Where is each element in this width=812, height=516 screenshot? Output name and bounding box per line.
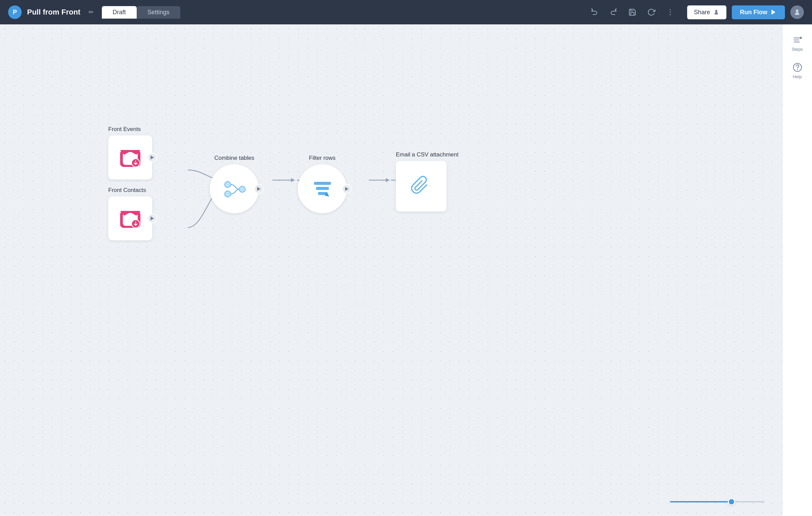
header: P Pull from Front ✏ Draft Settings — [0, 0, 812, 24]
front-contacts-node[interactable] — [108, 196, 152, 240]
header-actions — [588, 6, 676, 18]
refresh-button[interactable] — [645, 6, 657, 18]
svg-point-1 — [670, 12, 671, 13]
front-events-group: Front Events — [108, 126, 152, 179]
svg-marker-21 — [151, 216, 154, 220]
filter-rows-node[interactable] — [298, 164, 347, 213]
combine-tables-group: Combine tables — [210, 155, 259, 213]
front-contacts-group: Front Contacts — [108, 187, 152, 240]
svg-marker-7 — [291, 178, 295, 182]
run-flow-button[interactable]: Run Flow — [732, 5, 785, 19]
front-contacts-connector[interactable] — [148, 214, 157, 223]
edit-title-icon[interactable]: ✏ — [89, 8, 94, 16]
front-contacts-icon — [118, 206, 142, 231]
redo-button[interactable] — [607, 6, 619, 18]
front-events-connector[interactable] — [148, 153, 157, 162]
svg-rect-27 — [316, 187, 329, 190]
svg-point-0 — [670, 9, 671, 10]
svg-point-23 — [225, 191, 231, 197]
right-sidebar: Steps Help — [782, 24, 812, 516]
combine-tables-label: Combine tables — [210, 155, 259, 162]
svg-point-5 — [796, 9, 798, 12]
share-button[interactable]: Share — [687, 5, 726, 19]
sidebar-item-help[interactable]: Help — [793, 63, 802, 79]
app-logo: P — [8, 5, 22, 19]
filter-rows-connector[interactable] — [342, 184, 352, 194]
steps-label: Steps — [792, 47, 803, 52]
svg-marker-10 — [386, 178, 390, 182]
front-events-node[interactable] — [108, 135, 152, 179]
flow-title: Pull from Front — [27, 8, 81, 17]
front-events-label: Front Events — [108, 126, 152, 133]
svg-point-3 — [715, 10, 718, 12]
combine-tables-connector[interactable] — [254, 184, 264, 194]
svg-marker-4 — [771, 10, 775, 15]
save-button[interactable] — [626, 6, 638, 18]
svg-marker-29 — [345, 187, 348, 191]
tabs: Draft Settings — [102, 6, 180, 19]
flow-connections — [0, 24, 782, 516]
svg-point-24 — [239, 186, 245, 192]
email-csv-label: Email a CSV attachment — [396, 151, 458, 158]
help-icon — [793, 63, 802, 72]
steps-icon — [793, 35, 802, 45]
svg-rect-26 — [314, 182, 331, 185]
svg-point-36 — [797, 69, 798, 70]
tab-settings[interactable]: Settings — [137, 6, 180, 19]
sidebar-item-steps[interactable]: Steps — [792, 35, 803, 52]
undo-button[interactable] — [588, 6, 601, 18]
flow-canvas[interactable]: Front Events — [0, 24, 782, 516]
filter-icon — [311, 178, 333, 200]
filter-rows-label: Filter rows — [298, 155, 347, 162]
zoom-track[interactable] — [670, 501, 765, 502]
front-contacts-label: Front Contacts — [108, 187, 152, 194]
combine-icon — [223, 177, 246, 201]
tab-draft[interactable]: Draft — [102, 6, 137, 19]
svg-marker-25 — [257, 187, 261, 191]
email-csv-group: Email a CSV attachment — [396, 151, 458, 212]
front-events-icon — [118, 145, 142, 170]
svg-point-2 — [670, 14, 671, 15]
user-avatar[interactable] — [790, 5, 804, 19]
more-options-button[interactable] — [664, 6, 676, 18]
filter-rows-group: Filter rows — [298, 155, 347, 213]
help-label: Help — [793, 74, 802, 79]
email-csv-node[interactable] — [396, 161, 447, 212]
svg-marker-16 — [151, 155, 154, 159]
svg-point-33 — [800, 37, 802, 39]
zoom-bar — [670, 501, 765, 502]
zoom-thumb[interactable] — [728, 498, 735, 506]
svg-point-22 — [225, 181, 231, 188]
main-area: Front Events — [0, 24, 812, 516]
combine-tables-node[interactable] — [210, 164, 259, 213]
attachment-icon — [410, 175, 432, 197]
